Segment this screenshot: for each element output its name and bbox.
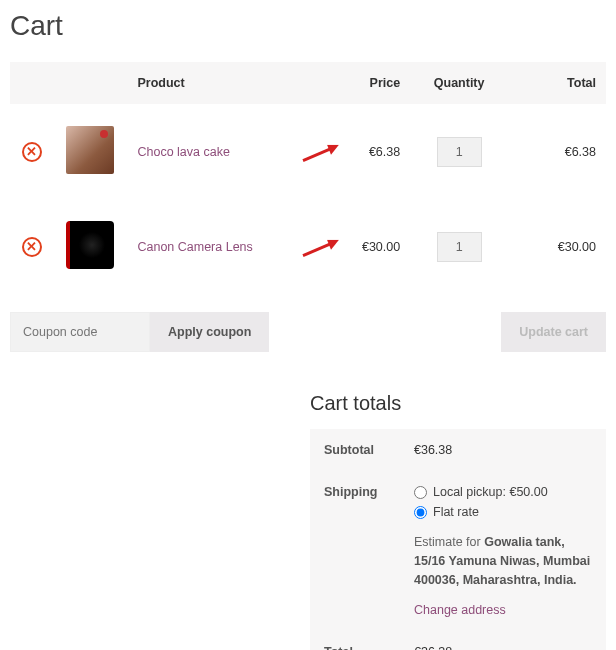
- cart-actions: Apply coupon Update cart: [10, 312, 606, 352]
- shipping-option-label: Local pickup: €50.00: [433, 485, 548, 499]
- total-value: €36.38: [400, 631, 606, 650]
- svg-line-2: [303, 243, 331, 255]
- item-total: €30.00: [558, 240, 596, 254]
- update-cart-button[interactable]: Update cart: [501, 312, 606, 352]
- shipping-estimate: Estimate for Gowalia tank, 15/16 Yamuna …: [414, 533, 592, 589]
- arrow-icon: [301, 144, 339, 165]
- svg-line-0: [303, 148, 331, 160]
- remove-item-button[interactable]: ✕: [22, 237, 42, 257]
- quantity-input[interactable]: [437, 137, 482, 167]
- cart-row: ✕Choco lava cake€6.38€6.38: [10, 104, 606, 199]
- product-link[interactable]: Canon Camera Lens: [137, 240, 252, 254]
- col-qty-header: Quantity: [410, 62, 508, 104]
- arrow-icon: [301, 239, 339, 260]
- shipping-option[interactable]: Flat rate: [414, 505, 592, 519]
- quantity-input[interactable]: [437, 232, 482, 262]
- col-remove-header: [10, 62, 54, 104]
- col-product-header: Product: [127, 62, 301, 104]
- product-link[interactable]: Choco lava cake: [137, 145, 229, 159]
- shipping-radio[interactable]: [414, 506, 427, 519]
- change-address-link[interactable]: Change address: [414, 603, 506, 617]
- product-thumbnail[interactable]: [66, 126, 114, 174]
- cart-totals-heading: Cart totals: [310, 392, 606, 415]
- remove-item-button[interactable]: ✕: [22, 142, 42, 162]
- cart-totals: Cart totals Subtotal €36.38 Shipping Loc…: [310, 392, 606, 650]
- col-price-header: Price: [301, 62, 410, 104]
- product-thumbnail[interactable]: [66, 221, 114, 269]
- item-price: €30.00: [362, 240, 400, 254]
- shipping-radio[interactable]: [414, 486, 427, 499]
- total-label: Total: [310, 631, 400, 650]
- shipping-label: Shipping: [310, 471, 400, 631]
- subtotal-value: €36.38: [400, 429, 606, 471]
- shipping-option-label: Flat rate: [433, 505, 479, 519]
- apply-coupon-button[interactable]: Apply coupon: [150, 312, 269, 352]
- item-price: €6.38: [369, 145, 400, 159]
- col-total-header: Total: [508, 62, 606, 104]
- col-thumb-header: [54, 62, 128, 104]
- cart-row: ✕Canon Camera Lens€30.00€30.00: [10, 199, 606, 294]
- cart-table: Product Price Quantity Total ✕Choco lava…: [10, 62, 606, 294]
- estimate-prefix: Estimate for: [414, 535, 484, 549]
- coupon-input[interactable]: [10, 312, 150, 352]
- page-title: Cart: [10, 10, 606, 42]
- subtotal-label: Subtotal: [310, 429, 400, 471]
- item-total: €6.38: [565, 145, 596, 159]
- shipping-option[interactable]: Local pickup: €50.00: [414, 485, 592, 499]
- shipping-cell: Local pickup: €50.00Flat rate Estimate f…: [400, 471, 606, 631]
